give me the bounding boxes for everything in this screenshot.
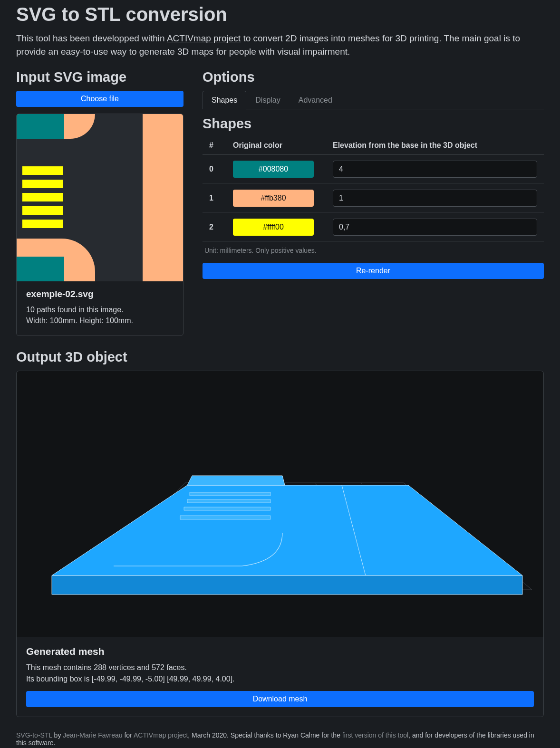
tab-display[interactable]: Display <box>246 91 289 109</box>
input-heading: Input SVG image <box>16 69 183 85</box>
table-header-index: # <box>209 141 233 150</box>
color-swatch: #ffb380 <box>233 190 314 207</box>
page-footer: SVG-to-STL by Jean-Marie Favreau for ACT… <box>16 731 544 747</box>
svg-shape <box>22 206 63 215</box>
options-tabs: Shapes Display Advanced <box>203 91 544 109</box>
table-header-color: Original color <box>233 141 333 150</box>
footer-link-author[interactable]: Jean-Marie Favreau <box>63 731 122 739</box>
svg-shape <box>22 220 63 228</box>
svg-marker-13 <box>52 575 522 595</box>
input-dimensions: Width: 100mm. Height: 100mm. <box>26 315 174 326</box>
svg-marker-12 <box>52 485 522 575</box>
svg-marker-17 <box>184 507 270 510</box>
mesh-viewport[interactable] <box>17 371 543 637</box>
row-index: 2 <box>209 223 233 231</box>
row-index: 0 <box>209 165 233 173</box>
svg-marker-18 <box>180 516 270 519</box>
footer-link-activmap[interactable]: ACTIVmap project <box>134 731 188 739</box>
download-mesh-button[interactable]: Download mesh <box>26 691 534 707</box>
svg-marker-15 <box>190 492 270 496</box>
elevation-input[interactable] <box>333 219 537 236</box>
elevation-input[interactable] <box>333 190 537 207</box>
svg-shape <box>22 180 63 188</box>
choose-file-button[interactable]: Choose file <box>16 91 183 107</box>
input-paths-found: 10 paths found in this image. <box>26 304 174 315</box>
page-lead: This tool has been developped within ACT… <box>16 32 544 58</box>
shapes-table: # Original color Elevation from the base… <box>203 136 544 242</box>
input-preview-card: exemple-02.svg 10 paths found in this im… <box>16 114 183 336</box>
mesh-info-line2: Its bounding box is [-49.99, -49.99, -5.… <box>26 675 235 683</box>
page-title: SVG to STL conversion <box>16 4 544 25</box>
footer-link-firstversion[interactable]: first version of this tool <box>342 731 408 739</box>
svg-shape <box>22 193 63 201</box>
color-swatch: #008080 <box>233 161 314 178</box>
svg-shape <box>17 257 64 281</box>
output-card: Generated mesh This mesh contains 288 ve… <box>16 371 544 717</box>
elevation-input[interactable] <box>333 161 537 178</box>
svg-marker-14 <box>187 476 285 485</box>
rerender-button[interactable]: Re-render <box>203 263 544 279</box>
table-row: 2 #ffff00 <box>203 213 544 242</box>
row-index: 1 <box>209 194 233 202</box>
mesh-title: Generated mesh <box>26 646 534 657</box>
svg-preview <box>17 114 183 281</box>
svg-marker-16 <box>187 499 270 503</box>
mesh-info-line1: This mesh contains 288 vertices and 572 … <box>26 663 187 671</box>
input-filename: exemple-02.svg <box>26 289 174 299</box>
options-heading: Options <box>203 69 544 85</box>
svg-shape <box>22 166 63 175</box>
svg-shape <box>143 114 183 281</box>
table-header-elevation: Elevation from the base in the 3D object <box>333 141 537 150</box>
tab-shapes[interactable]: Shapes <box>203 91 246 109</box>
color-swatch: #ffff00 <box>233 219 314 236</box>
tab-advanced[interactable]: Advanced <box>290 91 341 109</box>
activmap-link[interactable]: ACTIVmap project <box>167 33 241 43</box>
output-heading: Output 3D object <box>16 349 544 365</box>
table-row: 1 #ffb380 <box>203 184 544 213</box>
mesh-render <box>17 371 543 637</box>
svg-shape <box>17 114 64 139</box>
unit-note: Unit: millimeters. Only positive values. <box>204 247 544 254</box>
footer-link-svgtostl[interactable]: SVG-to-STL <box>16 731 52 739</box>
shapes-heading: Shapes <box>203 116 544 132</box>
table-row: 0 #008080 <box>203 155 544 184</box>
lead-text-before: This tool has been developped within <box>16 33 167 43</box>
